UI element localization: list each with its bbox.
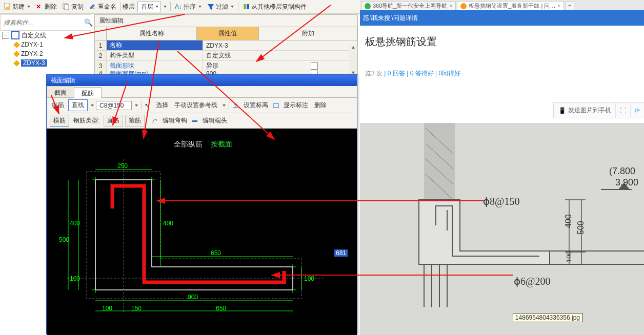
new-icon (4, 3, 11, 10)
hoop-rebar-button[interactable]: 箍筋 (125, 115, 145, 127)
show-annotation-button[interactable]: 显示标注 (281, 100, 310, 110)
property-row[interactable]: 2 构件类型 自定义线 (95, 51, 357, 61)
property-row[interactable]: 1 名称 ZDYX-3 (95, 40, 357, 51)
checkbox-icon[interactable] (311, 62, 318, 70)
delete-button[interactable]: ✕ 删除 (33, 2, 59, 12)
browser-tab[interactable]: 板悬挑钢筋设置_服务新干线 | 问… × (457, 1, 564, 10)
close-icon[interactable]: × (449, 3, 452, 9)
tree-item[interactable]: ZDYX-2 (0, 49, 90, 58)
separator (170, 2, 171, 11)
separator (141, 101, 142, 110)
rebar-spec-input[interactable]: C8@150 (96, 101, 132, 110)
lvl2-text: 3.900 (615, 177, 638, 187)
canvas-readout: 681 (334, 249, 348, 257)
search-icon[interactable]: 🔍 (84, 16, 93, 29)
edit-end-button[interactable]: 编辑端头 (200, 116, 229, 125)
rename-button[interactable]: 重命名 (87, 2, 119, 12)
dim-100r: 100 (304, 275, 314, 282)
good-answers[interactable]: 0 答得好 (410, 70, 434, 77)
note-by-section: 按截面 (211, 140, 232, 149)
line-mode-button[interactable]: 直线 (68, 99, 88, 111)
main-toolbar: 新建 ✕ 删除 复制 重命名 楼层 首层 A↓ 排序 过滤 (0, 0, 360, 14)
property-header: 属性名称 属性值 附加 (95, 27, 357, 40)
dropdown-icon (155, 6, 158, 8)
svg-rect-8 (192, 120, 197, 122)
search-container: 🔍 (0, 14, 91, 31)
edit-hook-button[interactable]: 编辑弯钩 (160, 116, 189, 125)
manual-refline-button[interactable]: 手动设置参考线 (172, 100, 219, 110)
rename-icon (89, 3, 96, 10)
straight-rebar-button[interactable]: 直筋 (104, 115, 123, 127)
question-tools: 📱 发送图片到手机 ⛶ ⟳ (553, 102, 644, 118)
dropdown-icon[interactable] (135, 104, 138, 107)
sort-icon: A↓ (175, 3, 182, 10)
dim-650: 650 (211, 249, 221, 257)
property-title: 属性编辑 (95, 15, 357, 27)
delete-button[interactable]: 删除 (312, 100, 329, 110)
section-canvas[interactable]: 全部纵筋 按截面 250 400 400 500 650 100 100 900… (47, 129, 357, 335)
rotate-button[interactable]: ⟳ (630, 103, 644, 118)
sort-button[interactable]: A↓ 排序 (172, 2, 204, 12)
svg-rect-21 (424, 123, 455, 205)
dropdown-icon[interactable] (91, 104, 94, 107)
section-editor-modal: 截面编辑 截面 配筋 纵筋 直线 C8@150 ↖ 选择 手动设置参考线 设置标… (46, 74, 357, 334)
tab-rebar[interactable]: 配筋 (74, 87, 102, 98)
folder-icon (11, 31, 19, 39)
scroll-up-icon[interactable]: ▲ (351, 45, 356, 50)
phone-icon: 📱 (558, 107, 566, 114)
question-title: 板悬挑钢筋设置 (365, 35, 639, 49)
new-button[interactable]: 新建 (1, 2, 33, 12)
d100-text: 100 (565, 251, 573, 262)
copy-button[interactable]: 复制 (60, 2, 86, 12)
row-add[interactable] (271, 61, 357, 71)
crumb-c[interactable]: \问题详情 (391, 14, 417, 23)
dropdown-icon (231, 6, 234, 8)
component-tree: − 自定义线 ZDYX-1 ZDYX-2 ZDYX-3 (0, 31, 90, 68)
tab-section[interactable]: 截面 (47, 87, 74, 97)
item-icon (13, 41, 20, 48)
elevation-icon (232, 102, 239, 109)
transverse-button[interactable]: 横筋 (50, 115, 69, 127)
dropdown-icon (198, 6, 202, 8)
floor-select[interactable]: 首层 (137, 2, 161, 12)
tree-root-row[interactable]: − 自定义线 (0, 31, 90, 40)
row-value[interactable]: 自定义线 (203, 51, 271, 60)
set-elevation-button[interactable]: 设置标高 (242, 100, 270, 110)
rebar-type-label: 钢筋类型: (71, 116, 102, 125)
send-to-phone-button[interactable]: 📱 发送图片到手机 (554, 103, 615, 118)
rebar2-text: ϕ6@200 (514, 276, 550, 287)
expand-button[interactable]: ⛶ (615, 103, 630, 118)
select-button[interactable]: 选择 (154, 100, 170, 110)
tree-item[interactable]: ZDYX-1 (0, 40, 90, 49)
tree-item-selected[interactable]: ZDYX-3 (0, 58, 90, 68)
d500-text: 500 (576, 221, 585, 235)
reference-photo: ϕ8@150 ϕ6@200 400 500 100 (7.800 3.900 1… (360, 123, 644, 335)
dim-650b: 650 (216, 305, 226, 312)
collapse-icon[interactable]: − (2, 32, 9, 39)
good-question[interactable]: 0问得好 (438, 70, 460, 77)
search-input[interactable] (1, 17, 84, 28)
close-icon[interactable]: × (557, 3, 560, 9)
hook-icon (151, 117, 158, 124)
new-tab-button[interactable]: + (565, 1, 574, 10)
answers[interactable]: 0 回答 (388, 70, 405, 77)
row-value[interactable]: ZDYX-3 (203, 40, 271, 50)
row-name: 名称 (107, 40, 203, 50)
row-idx: 3 (95, 61, 107, 71)
copy-from-label: 从其他楼层复制构件 (251, 3, 307, 11)
crumb-a[interactable]: 惑 (363, 14, 369, 23)
property-row[interactable]: 3 截面形状 异形 (95, 61, 357, 71)
row-idx: 2 (95, 51, 107, 60)
dropdown-icon[interactable] (223, 104, 226, 107)
dim-100c: 100 (102, 305, 112, 312)
copy-from-floor-button[interactable]: 从其他楼层复制构件 (240, 2, 309, 12)
rename-label: 重命名 (98, 3, 116, 11)
modal-title[interactable]: 截面编辑 (47, 75, 357, 86)
browser-tab[interactable]: 360导航_新一代安全上网导航 × (361, 1, 456, 10)
dropdown-icon[interactable] (164, 6, 167, 8)
filter-button[interactable]: 过滤 (205, 2, 236, 12)
crumb-b[interactable]: \我来搜 (370, 14, 390, 23)
views: 览3 次 (365, 70, 383, 77)
scrollbar[interactable]: ▲ ▼ (349, 45, 357, 75)
row-value[interactable]: 异形 (203, 61, 271, 71)
